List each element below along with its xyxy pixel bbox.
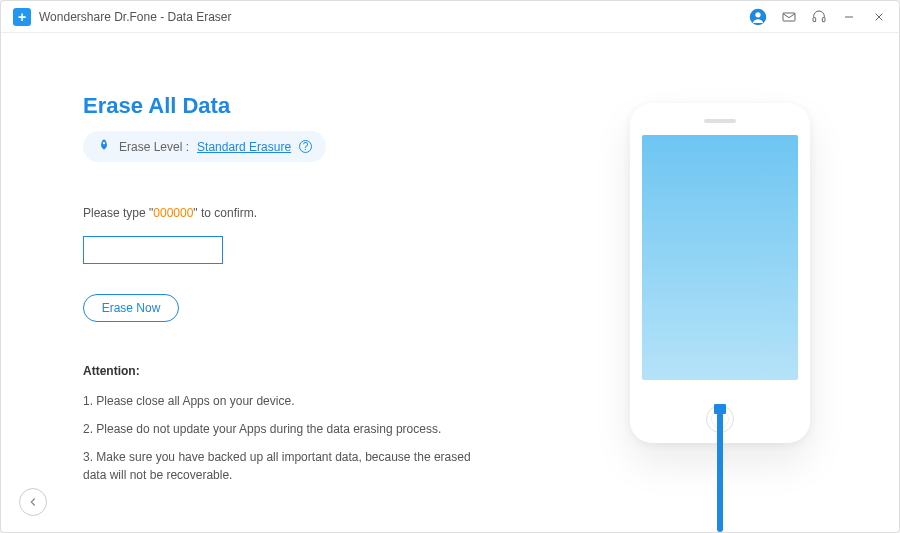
confirm-block: Please type "000000" to confirm. Erase N…	[83, 206, 541, 322]
app-title: Wondershare Dr.Fone - Data Eraser	[39, 10, 232, 24]
erase-level-label: Erase Level :	[119, 140, 189, 154]
attention-item: 1. Please close all Apps on your device.	[83, 392, 483, 410]
confirm-prefix: Please type "	[83, 206, 153, 220]
title-left: + Wondershare Dr.Fone - Data Eraser	[13, 8, 232, 26]
app-logo-icon: +	[13, 8, 31, 26]
left-panel: Erase All Data Erase Level : Standard Er…	[1, 33, 541, 532]
rocket-icon	[97, 138, 111, 155]
svg-point-8	[103, 142, 105, 144]
back-button[interactable]	[19, 488, 47, 516]
user-account-icon[interactable]	[749, 8, 767, 26]
minimize-button[interactable]	[841, 9, 857, 25]
confirm-code: 000000	[153, 206, 193, 220]
help-icon[interactable]: ?	[299, 140, 312, 153]
confirm-input[interactable]	[83, 236, 223, 264]
page-title: Erase All Data	[83, 93, 541, 119]
svg-point-1	[755, 12, 760, 17]
close-button[interactable]	[871, 9, 887, 25]
phone-illustration	[630, 103, 810, 443]
phone-screen	[642, 135, 798, 380]
attention-title: Attention:	[83, 364, 483, 378]
erase-now-button[interactable]: Erase Now	[83, 294, 179, 322]
confirm-suffix: " to confirm.	[193, 206, 257, 220]
cable-illustration	[717, 412, 723, 532]
title-right	[749, 8, 887, 26]
attention-item: 2. Please do not update your Apps during…	[83, 420, 483, 438]
svg-rect-4	[822, 17, 825, 21]
title-bar: + Wondershare Dr.Fone - Data Eraser	[1, 1, 899, 33]
content-area: Erase All Data Erase Level : Standard Er…	[1, 33, 899, 532]
svg-rect-3	[813, 17, 816, 21]
attention-block: Attention: 1. Please close all Apps on y…	[83, 364, 483, 484]
app-window: + Wondershare Dr.Fone - Data Eraser Eras…	[0, 0, 900, 533]
erase-level-value-link[interactable]: Standard Erasure	[197, 140, 291, 154]
right-panel	[541, 33, 899, 532]
svg-rect-2	[783, 13, 795, 21]
erase-level-pill: Erase Level : Standard Erasure ?	[83, 131, 326, 162]
attention-item: 3. Make sure you have backed up all impo…	[83, 448, 483, 484]
mail-icon[interactable]	[781, 9, 797, 25]
headset-icon[interactable]	[811, 9, 827, 25]
confirm-instruction: Please type "000000" to confirm.	[83, 206, 541, 220]
